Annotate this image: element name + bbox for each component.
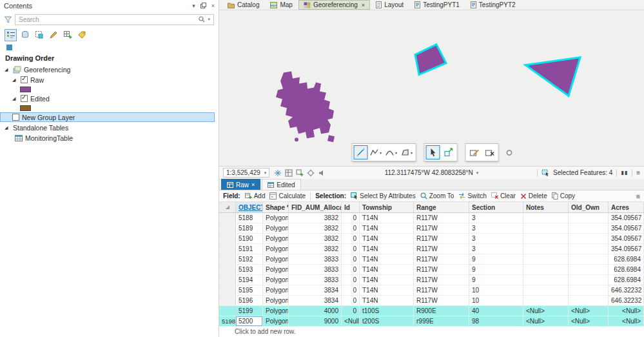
table-cell[interactable]: 0 <box>342 265 360 274</box>
table-cell[interactable]: Polygon <box>263 285 289 295</box>
table-cell[interactable]: 3833 <box>289 254 342 264</box>
table-cell[interactable]: R117W <box>414 213 469 223</box>
table-cell[interactable]: 646.32232 <box>609 296 644 305</box>
table-cell[interactable]: R117W <box>414 244 469 254</box>
table-cell[interactable]: <Null> <box>523 306 569 316</box>
polyline-tool-button[interactable]: ▾ <box>369 145 383 159</box>
table-cell[interactable]: 5195 <box>236 285 263 295</box>
raw-symbol-swatch[interactable] <box>20 87 31 92</box>
table-cell[interactable]: 3 <box>469 234 523 243</box>
layer-symbol-raw[interactable] <box>0 85 215 93</box>
table-cell[interactable] <box>569 213 609 223</box>
table-cell[interactable]: 10 <box>469 296 523 305</box>
row-selector-cell[interactable] <box>219 223 236 233</box>
table-cell[interactable]: 5192 <box>236 254 263 264</box>
copy-button[interactable]: Copy <box>552 192 575 199</box>
standalone-tables-group[interactable]: ◢ Standalone Tables <box>0 123 215 132</box>
table-cell[interactable]: 0 <box>342 244 360 254</box>
table-cell[interactable] <box>569 275 609 285</box>
column-header-shape[interactable]: Shape * <box>263 202 289 212</box>
table-cell[interactable]: R117W <box>414 296 469 305</box>
table-cell[interactable]: T14N <box>360 213 414 223</box>
row-selector-cell[interactable] <box>219 306 236 316</box>
crosshair-icon[interactable] <box>307 169 315 177</box>
filter-icon[interactable] <box>5 16 12 23</box>
table-cell[interactable]: <Null> <box>609 316 644 326</box>
table-cell[interactable]: R117W <box>414 223 469 233</box>
table-cell[interactable]: 3832 <box>289 244 342 254</box>
coordinate-readout[interactable]: 112.3117475°W 42.8083258°N ▾ <box>385 169 479 176</box>
table-cell[interactable]: 10 <box>469 285 523 295</box>
row-selector-cell[interactable] <box>219 265 236 274</box>
table-cell[interactable]: 0 <box>342 223 360 233</box>
table-cell[interactable]: 5194 <box>236 275 263 285</box>
table-cell[interactable]: R117W <box>414 254 469 264</box>
table-cell[interactable]: 3832 <box>289 223 342 233</box>
table-row[interactable]: 5193 Polygon 3833 0 T14N R117W 9 628.698… <box>219 265 644 275</box>
add-grid-icon[interactable] <box>296 169 304 177</box>
zoom-to-button[interactable]: Zoom To <box>420 192 454 199</box>
table-item-monitoringtable[interactable]: MonitoringTable <box>0 133 215 143</box>
expander-icon[interactable]: ◢ <box>12 96 18 101</box>
table-cell[interactable]: 0 <box>342 296 360 305</box>
list-by-editing-icon[interactable] <box>47 29 59 41</box>
table-row[interactable]: 5192 Polygon 3833 0 T14N R117W 9 628.698… <box>219 254 644 265</box>
table-cell[interactable]: 3 <box>469 213 523 223</box>
table-cell[interactable]: T14N <box>360 265 414 274</box>
table-cell[interactable]: R900E <box>414 306 469 316</box>
clear-selection-button[interactable]: Clear <box>491 192 516 199</box>
table-cell[interactable]: r999E <box>414 316 469 326</box>
table-cell[interactable]: 0 <box>342 306 360 316</box>
row-selector-cell[interactable] <box>219 296 236 305</box>
layer-item-raw[interactable]: ◢ ✓ Raw <box>0 75 215 85</box>
table-cell[interactable]: 5189 <box>236 223 263 233</box>
table-cell[interactable]: Polygon <box>263 213 289 223</box>
layer-group-georeferencing[interactable]: ◢ Georeferencing <box>0 65 215 74</box>
table-cell[interactable]: 3834 <box>289 296 342 305</box>
table-cell[interactable]: 354.09567 <box>609 223 644 233</box>
map-view[interactable]: ▾ ▾ ▾ <box>219 10 644 166</box>
table-cell[interactable]: 9000 <box>289 316 342 326</box>
dock-icon[interactable] <box>200 3 206 10</box>
row-selector-cell[interactable] <box>219 275 236 285</box>
table-cell[interactable]: 5190 <box>236 234 263 243</box>
table-cell[interactable]: 354.09567 <box>609 244 644 254</box>
table-row[interactable]: 5189 Polygon 3832 0 T14N R117W 3 354.095… <box>219 223 644 234</box>
column-header-section[interactable]: Section <box>469 202 523 212</box>
table-row[interactable]: 5190 Polygon 3832 0 T14N R117W 3 354.095… <box>219 234 644 244</box>
table-cell[interactable]: t100S <box>360 306 414 316</box>
table-cell[interactable] <box>569 223 609 233</box>
table-cell[interactable] <box>569 254 609 264</box>
layer-symbol-edited[interactable] <box>0 104 215 112</box>
column-header-township[interactable]: Township <box>360 202 414 212</box>
layer-item-edited[interactable]: ◢ ✓ Edited <box>0 94 215 103</box>
table-cell[interactable] <box>523 254 569 264</box>
table-cell[interactable]: <Null> <box>569 306 609 316</box>
table-cell[interactable] <box>569 285 609 295</box>
search-input[interactable]: Search ▾ <box>15 14 214 25</box>
table-cell[interactable] <box>523 285 569 295</box>
close-tab-icon[interactable]: × <box>362 2 365 8</box>
grid-icon[interactable] <box>285 169 293 177</box>
table-cell[interactable]: 3 <box>469 223 523 233</box>
tab-georeferencing[interactable]: Georeferencing × <box>298 0 370 10</box>
table-cell[interactable]: 646.32232 <box>609 285 644 295</box>
table-cell[interactable]: 0 <box>342 213 360 223</box>
move-scale-tool-button[interactable] <box>441 145 455 159</box>
table-cell[interactable]: T14N <box>360 275 414 285</box>
table-row[interactable]: 5188 Polygon 3832 0 T14N R117W 3 354.095… <box>219 213 644 223</box>
pause-drawing-icon[interactable]: ▮▮ <box>621 170 628 176</box>
row-selector-cell[interactable] <box>219 285 236 295</box>
search-icon[interactable] <box>199 16 205 23</box>
search-options-caret-icon[interactable]: ▾ <box>208 17 210 22</box>
list-by-snapping-icon[interactable] <box>61 29 73 41</box>
table-row[interactable]: 5195 Polygon 3834 0 T14N R117W 10 646.32… <box>219 285 644 296</box>
table-cell[interactable]: 354.09567 <box>609 234 644 243</box>
table-tab-raw[interactable]: Raw × <box>221 179 260 190</box>
list-by-labeling-icon[interactable] <box>75 29 88 41</box>
calculate-field-button[interactable]: = Calculate <box>269 192 306 199</box>
scale-dropdown[interactable]: 1:3,525,429 ▾ <box>223 168 269 178</box>
table-cell[interactable]: 5199 <box>236 306 263 316</box>
speaker-icon[interactable] <box>318 169 326 177</box>
table-cell[interactable]: 0 <box>342 285 360 295</box>
